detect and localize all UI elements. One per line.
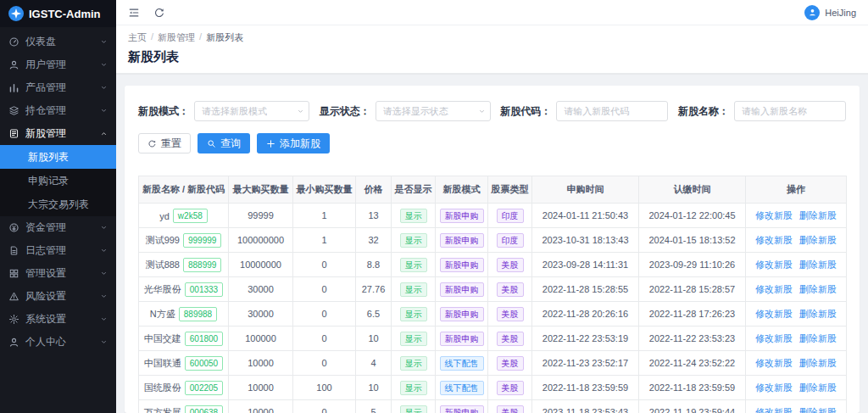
edit-stock-link[interactable]: 修改新股: [755, 309, 793, 319]
refresh-icon[interactable]: [153, 7, 165, 19]
sidebar-subitem-2[interactable]: 大宗交易列表: [0, 193, 116, 216]
pay-time: 2022-11-22 23:53:23: [639, 326, 746, 351]
filter-label-code: 新股代码：: [500, 104, 551, 119]
sidebar-item-label: 资金管理: [25, 220, 66, 235]
pay-time: 2023-09-29 11:10:26: [639, 253, 746, 277]
column-header: 新股名称 / 新股代码: [139, 176, 229, 204]
sidebar-item-6[interactable]: 日志管理: [0, 239, 116, 262]
price: 8.8: [356, 253, 392, 277]
user-menu[interactable]: HeiJing: [804, 5, 856, 20]
sidebar-item-label: 产品管理: [25, 81, 66, 95]
chevron-up-icon: [100, 130, 108, 137]
column-header: 新股模式: [436, 176, 488, 204]
user-avatar: [804, 5, 820, 20]
chevron-down-icon: [100, 38, 108, 46]
content: 新股模式：请选择新股模式显示状态：请选择显示状态新股代码：新股名称： 重置 查询…: [116, 74, 868, 413]
sidebar-item-4[interactable]: 新股管理: [0, 122, 116, 145]
chart-icon: [8, 82, 19, 93]
page-head: 主页/新股管理/新股列表 新股列表: [116, 25, 868, 74]
visible-tag: 显示: [400, 282, 427, 297]
edit-stock-link[interactable]: 修改新股: [755, 235, 793, 245]
price: 32: [356, 228, 392, 253]
delete-stock-link[interactable]: 删除新股: [799, 309, 837, 319]
delete-stock-link[interactable]: 删除新股: [799, 358, 837, 368]
breadcrumb-separator: /: [199, 31, 202, 44]
delete-stock-link[interactable]: 删除新股: [799, 210, 837, 220]
sidebar-item-7[interactable]: 管理设置: [0, 262, 116, 285]
filter-group-code: 新股代码：: [500, 101, 668, 121]
edit-stock-link[interactable]: 修改新股: [755, 333, 793, 343]
max-buy-qty: 100000000: [229, 228, 293, 253]
reset-button[interactable]: 重置: [138, 133, 191, 153]
delete-stock-link[interactable]: 删除新股: [799, 260, 837, 270]
stock-name: yd: [159, 210, 170, 220]
sidebar-item-5[interactable]: 资金管理: [0, 216, 116, 239]
delete-stock-link[interactable]: 删除新股: [799, 235, 837, 245]
stock-type-tag: 印度: [497, 233, 524, 248]
edit-stock-link[interactable]: 修改新股: [755, 210, 793, 220]
sidebar-item-label: 新股管理: [25, 126, 66, 141]
mode-tag: 新股申购: [440, 282, 484, 297]
brand-name: IGSTC-Admin: [29, 8, 101, 20]
sidebar-item-label: 系统设置: [25, 312, 66, 326]
edit-stock-link[interactable]: 修改新股: [755, 407, 793, 413]
warn-icon: [8, 291, 19, 302]
delete-stock-link[interactable]: 删除新股: [799, 333, 837, 343]
chevron-down-icon: [100, 107, 108, 114]
stock-code-tag: 999999: [183, 233, 221, 248]
subscribe-time: 2024-01-11 21:50:43: [532, 204, 639, 228]
select-placeholder: 请选择新股模式: [202, 105, 267, 118]
filter-select-mode[interactable]: 请选择新股模式: [194, 101, 309, 121]
price: 4: [356, 351, 392, 376]
person-icon: [8, 337, 19, 348]
sidebar-item-1[interactable]: 用户管理: [0, 53, 116, 76]
breadcrumb-item-1[interactable]: 新股管理: [158, 31, 195, 44]
sidebar-subitem-0[interactable]: 新股列表: [0, 145, 116, 169]
collapse-menu-icon[interactable]: [128, 7, 140, 19]
search-button[interactable]: 查询: [198, 133, 250, 153]
min-buy-qty: 0: [293, 302, 356, 326]
stock-type-tag: 美股: [497, 332, 524, 346]
app-window: IGSTC-Admin 仪表盘用户管理产品管理持仓管理新股管理新股列表申购记录大…: [0, 0, 868, 413]
add-stock-button[interactable]: 添加新股: [257, 133, 330, 153]
filter-input-code[interactable]: [556, 101, 668, 121]
chevron-down-icon: [478, 108, 486, 115]
reset-icon: [147, 139, 157, 148]
max-buy-qty: 30000: [229, 277, 293, 302]
breadcrumb-separator: /: [151, 31, 153, 44]
sidebar-item-0[interactable]: 仪表盘: [0, 31, 116, 53]
price: 6.5: [356, 302, 392, 326]
stock-type-tag: 美股: [497, 381, 524, 395]
filter-input-name[interactable]: [734, 101, 846, 121]
breadcrumb-item-0[interactable]: 主页: [128, 31, 147, 44]
sidebar-item-2[interactable]: 产品管理: [0, 76, 116, 99]
sidebar-item-8[interactable]: 风险设置: [0, 285, 116, 308]
sidebar-item-10[interactable]: 个人中心: [0, 331, 116, 354]
column-header: 股票类型: [488, 176, 532, 204]
subscribe-time: 2022-11-22 23:53:19: [532, 326, 639, 351]
stock-name: 测试999: [146, 235, 180, 245]
table-row: 测试999999999100000000132显示新股申购印度2023-10-3…: [139, 228, 847, 253]
visible-tag: 显示: [400, 332, 427, 346]
sidebar-item-3[interactable]: 持仓管理: [0, 99, 116, 122]
sidebar-item-9[interactable]: 系统设置: [0, 308, 116, 331]
mode-tag: 新股申购: [440, 233, 484, 248]
edit-stock-link[interactable]: 修改新股: [755, 382, 793, 393]
mode-tag: 新股申购: [440, 209, 484, 223]
subscribe-time: 2022-11-18 23:59:59: [532, 376, 639, 400]
edit-stock-link[interactable]: 修改新股: [755, 358, 793, 368]
filter-select-status[interactable]: 请选择显示状态: [376, 101, 491, 121]
price: 5: [356, 400, 392, 413]
delete-stock-link[interactable]: 删除新股: [799, 407, 837, 413]
table-row: 测试8888889991000000008.8显示新股申购美股2023-09-2…: [139, 253, 847, 277]
visible-tag: 显示: [400, 209, 427, 223]
sidebar-subitem-1[interactable]: 申购记录: [0, 169, 116, 193]
edit-stock-link[interactable]: 修改新股: [755, 284, 793, 294]
delete-stock-link[interactable]: 删除新股: [799, 284, 837, 294]
edit-stock-link[interactable]: 修改新股: [755, 260, 793, 270]
min-buy-qty: 0: [293, 253, 356, 277]
max-buy-qty: 100000: [229, 326, 293, 351]
delete-stock-link[interactable]: 删除新股: [799, 382, 837, 393]
app-logo: IGSTC-Admin: [0, 0, 116, 27]
gear-icon: [8, 314, 19, 325]
